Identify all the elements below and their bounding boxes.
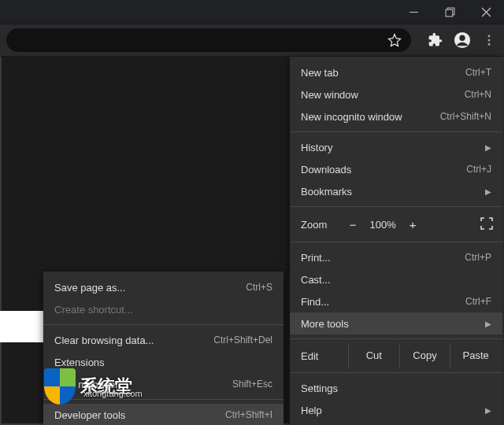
zoom-out-button[interactable]: − — [341, 218, 365, 231]
submenu-clear-data[interactable]: Clear browsing data...Ctrl+Shift+Del — [43, 329, 284, 351]
profile-icon[interactable] — [454, 31, 471, 49]
menu-print[interactable]: Print...Ctrl+P — [290, 246, 502, 268]
watermark: 系统堂 xitongtang.com — [44, 368, 132, 405]
chevron-right-icon: ▶ — [485, 143, 491, 152]
bookmark-star-icon[interactable] — [386, 31, 403, 49]
menu-history[interactable]: History▶ — [290, 136, 502, 158]
submenu-developer-tools[interactable]: Developer toolsCtrl+Shift+I — [43, 404, 284, 425]
svg-point-7 — [488, 35, 491, 37]
shield-icon — [44, 368, 76, 405]
extensions-icon[interactable] — [427, 31, 444, 49]
menu-cast[interactable]: Cast... — [290, 268, 502, 290]
svg-rect-2 — [446, 9, 453, 17]
browser-window: New tabCtrl+T New windowCtrl+N New incog… — [0, 0, 504, 425]
menu-bookmarks[interactable]: Bookmarks▶ — [290, 180, 502, 202]
zoom-in-button[interactable]: + — [401, 218, 424, 231]
separator — [290, 131, 502, 132]
cut-button[interactable]: Cut — [348, 343, 399, 368]
menu-edit: Edit Cut Copy Paste — [290, 343, 502, 368]
menu-help[interactable]: Help▶ — [290, 399, 502, 421]
zoom-label: Zoom — [301, 219, 327, 231]
separator — [290, 372, 502, 373]
svg-point-6 — [459, 35, 465, 41]
menu-more-tools[interactable]: More tools▶ — [290, 312, 502, 334]
chevron-right-icon: ▶ — [485, 187, 491, 196]
separator — [290, 242, 502, 242]
toolbar — [0, 24, 504, 57]
zoom-percent: 100% — [365, 219, 401, 231]
titlebar — [0, 0, 504, 24]
menu-new-window[interactable]: New windowCtrl+N — [290, 83, 502, 105]
submenu-create-shortcut: Create shortcut... — [43, 298, 284, 320]
menu-settings[interactable]: Settings — [290, 377, 502, 399]
address-bar[interactable] — [6, 28, 411, 52]
menu-downloads[interactable]: DownloadsCtrl+J — [290, 158, 502, 180]
menu-zoom: Zoom − 100% + — [290, 211, 502, 238]
page-fragment — [0, 311, 43, 342]
menu-new-incognito[interactable]: New incognito windowCtrl+Shift+N — [290, 105, 502, 128]
separator — [290, 338, 502, 339]
svg-point-9 — [488, 43, 491, 46]
separator — [290, 206, 502, 207]
copy-button[interactable]: Copy — [399, 343, 450, 368]
menu-find[interactable]: Find...Ctrl+F — [290, 290, 502, 312]
menu-new-tab[interactable]: New tabCtrl+T — [290, 61, 502, 83]
chrome-menu: New tabCtrl+T New windowCtrl+N New incog… — [290, 57, 502, 425]
close-button[interactable] — [468, 0, 504, 24]
maximize-button[interactable] — [432, 0, 468, 24]
chevron-right-icon: ▶ — [485, 320, 491, 328]
svg-point-8 — [488, 39, 491, 42]
menu-icon[interactable] — [480, 31, 498, 49]
paste-button[interactable]: Paste — [450, 343, 501, 368]
chevron-right-icon: ▶ — [485, 406, 491, 415]
fullscreen-icon[interactable] — [480, 217, 493, 232]
submenu-save-page[interactable]: Save page as...Ctrl+S — [43, 276, 284, 298]
separator — [43, 324, 284, 325]
edit-label: Edit — [301, 350, 348, 362]
minimize-button[interactable] — [395, 0, 432, 24]
watermark-sub: xitongtang.com — [83, 389, 143, 398]
